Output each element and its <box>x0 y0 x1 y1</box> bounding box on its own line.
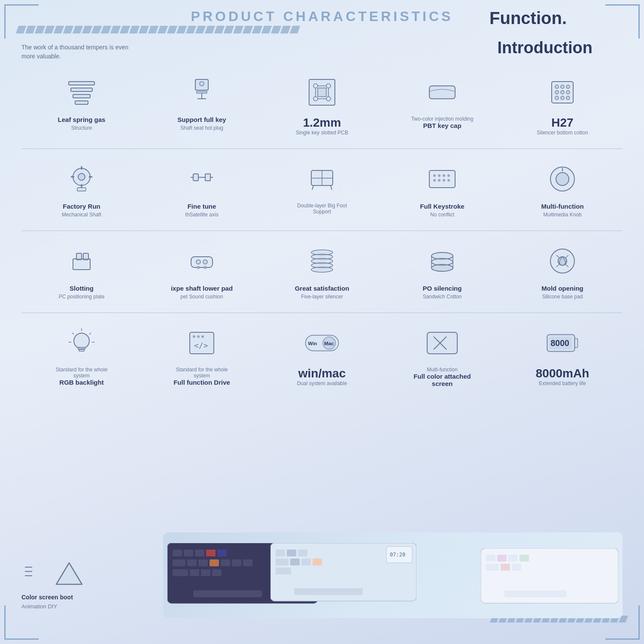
feature-battery: 8000 8000mAh Extended battery life <box>524 319 601 393</box>
svg-line-42 <box>331 185 332 190</box>
svg-rect-126 <box>290 559 300 565</box>
svg-rect-1 <box>71 88 92 91</box>
mechanical-sub: Mechanical Shaft <box>47 212 116 218</box>
feature-drive: </> Standard for the whole system Full f… <box>163 319 240 393</box>
boot-triangle-icon <box>54 559 84 589</box>
po-silencing-sub: Sandwich Cotton <box>408 294 477 300</box>
corner-decoration-bl <box>4 605 39 640</box>
svg-rect-34 <box>205 174 210 181</box>
svg-text:07:20: 07:20 <box>390 552 405 558</box>
svg-rect-117 <box>212 569 222 576</box>
support-key-sub: Shaft seat hot plug <box>167 125 236 131</box>
support-key-main: Support full key <box>167 116 236 123</box>
feature-knob: Multi-function Multimedia Knob <box>524 155 601 222</box>
svg-rect-128 <box>313 559 322 565</box>
feature-fullcolor: Multi-function Full color attached scree… <box>404 319 481 393</box>
svg-rect-103 <box>184 550 193 556</box>
fullcolor-top-sub: Multi-function <box>408 367 477 373</box>
svg-point-51 <box>447 179 450 182</box>
svg-rect-114 <box>173 569 188 576</box>
svg-line-79 <box>72 333 74 334</box>
mold-main: Mold opening <box>528 285 597 292</box>
feature-pbt: Two-color injection molding PBT key cap <box>404 69 481 140</box>
feature-silencer: H27 Silencer bottom cotton <box>524 69 601 140</box>
feature-rgb: Standard for the whole system RGB backli… <box>43 319 120 393</box>
intro-title: Introduction <box>497 39 592 57</box>
svg-rect-43 <box>429 170 455 188</box>
corner-decoration-tl <box>4 4 39 39</box>
svg-rect-55 <box>73 259 90 270</box>
slotting-icon <box>62 242 101 280</box>
svg-point-22 <box>566 91 570 94</box>
pcb-icon <box>303 73 341 112</box>
rgb-main: RGB backlight <box>47 379 116 386</box>
svg-rect-90 <box>427 332 457 354</box>
satellite-main: Fine tune <box>167 203 236 210</box>
svg-point-82 <box>193 335 195 338</box>
svg-point-48 <box>433 179 436 182</box>
knob-icon <box>543 160 582 198</box>
svg-rect-111 <box>221 559 230 566</box>
svg-point-24 <box>561 96 564 100</box>
svg-text:</>: </> <box>194 341 208 350</box>
row-divider-3 <box>21 313 623 313</box>
feature-bigfoot: Double-layer Big Foot Support <box>283 155 361 222</box>
svg-point-20 <box>555 91 559 94</box>
five-layer-sub: Five-layer silencer <box>288 294 356 300</box>
svg-point-62 <box>204 266 207 269</box>
svg-rect-129 <box>276 568 291 574</box>
winmac-sub: Dual system available <box>288 380 356 386</box>
svg-line-41 <box>312 185 313 190</box>
svg-rect-141 <box>504 590 567 597</box>
five-layer-main: Great satisfaction <box>288 285 356 292</box>
slotting-main: Slotting <box>47 285 116 292</box>
support-key-icon <box>182 73 221 112</box>
rgb-icon <box>62 324 101 362</box>
features-row-2: Factory Run Mechanical Shaft Fine tune t… <box>21 155 623 222</box>
svg-point-45 <box>438 174 440 177</box>
svg-rect-5 <box>197 91 207 93</box>
svg-rect-110 <box>210 559 219 566</box>
drive-top-sub: Standard for the whole system <box>167 367 236 379</box>
keyboard-white <box>481 548 618 608</box>
svg-rect-127 <box>301 559 311 565</box>
leaf-spring-sub: Structure <box>47 125 116 131</box>
corner-decoration-tr <box>605 4 640 39</box>
five-layer-icon <box>303 242 341 280</box>
pcb-main: 1.2mm <box>288 116 356 130</box>
po-silencing-main: PO silencing <box>408 285 477 292</box>
drive-main: Full function Drive <box>167 379 236 386</box>
row-divider-2 <box>21 231 623 231</box>
svg-text:8000: 8000 <box>550 338 569 348</box>
svg-rect-105 <box>206 550 216 556</box>
feature-slotting: Slotting PC positioning plate <box>43 237 120 304</box>
title-area: PRODUCT CHARACTERISTICS <box>191 9 453 24</box>
pcb-sub: Single key slotted PCB <box>288 130 356 136</box>
svg-rect-112 <box>232 559 241 566</box>
svg-point-21 <box>561 91 564 94</box>
feature-leaf-spring: Leaf spring gas Structure <box>43 69 120 140</box>
pbt-top-sub: Two-color injection molding <box>408 116 477 122</box>
leaf-spring-icon <box>62 73 101 112</box>
svg-point-70 <box>431 264 453 271</box>
mechanical-icon <box>62 160 101 198</box>
svg-rect-75 <box>79 349 84 351</box>
battery-icon: 8000 <box>543 324 582 362</box>
svg-point-67 <box>311 267 333 272</box>
silencer-main: H27 <box>528 116 597 130</box>
bigfoot-sub: Support <box>288 209 356 215</box>
svg-point-27 <box>78 173 85 180</box>
fullcolor-main: Full color attached screen <box>408 373 477 387</box>
svg-point-46 <box>443 174 445 177</box>
keyboard-showcase: 01:23 07:20 <box>163 532 623 618</box>
svg-rect-135 <box>497 555 507 562</box>
svg-point-8 <box>200 82 204 86</box>
svg-point-53 <box>556 173 569 185</box>
svg-rect-15 <box>429 86 455 99</box>
shaft-pad-sub: pet Sound cushion <box>167 294 236 300</box>
svg-rect-56 <box>76 253 82 260</box>
knob-sub: Multimedia Knob <box>528 212 597 218</box>
svg-rect-130 <box>294 588 363 595</box>
svg-rect-3 <box>75 101 88 104</box>
boot-label2: Animation DIY <box>21 603 142 610</box>
